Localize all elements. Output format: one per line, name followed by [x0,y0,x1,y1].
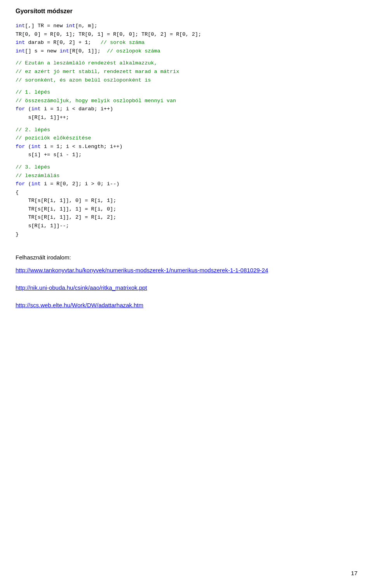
step-1-body: s[R[i, 1]]++; [16,113,357,122]
step-3-close-brace: } [16,230,357,239]
step-3-label: // 3. lépés [16,163,357,172]
reference-link-3[interactable]: http://scs.web.elte.hu/Work/DW/adattarha… [16,302,357,308]
step-3-line4: s[R[i, 1]]--; [16,222,357,230]
step-2-label: // 2. lépés [16,126,357,134]
step-3-line1: TR[s[R[i, 1]], 0] = R[i, 1]; [16,197,357,205]
code-comment-2: // ez azért jó mert stabil, rendezett ma… [16,68,357,76]
step-3-for: for (int i = R[0, 2]; i > 0; i--) [16,180,357,188]
step-1-label: // 1. lépés [16,88,357,97]
code-line-3: int darab = R[0, 2] + 1; // sorok száma [16,38,357,47]
step-1-block: // 1. lépés // összeszámoljuk, hogy mely… [16,88,357,122]
step-2-for: for (int i = 1; i < s.Length; i++) [16,143,357,151]
code-block-1: int[,] TR = new int[n, m]; TR[0, 0] = R[… [16,22,357,55]
page-content: Gyorsított módszer int[,] TR = new int[n… [16,8,357,308]
step-3-comment: // leszámlálás [16,172,357,180]
step-3-line3: TR[s[R[i, 1]], 2] = R[i, 2]; [16,213,357,222]
step-3-open-brace: { [16,188,357,197]
code-comment-1: // Ezután a leszámláló rendezést alkalma… [16,59,357,68]
code-line-2: TR[0, 0] = R[0, 1]; TR[0, 1] = R[0, 0]; … [16,30,357,39]
code-line-4: int[] s = new int[R[0, 1]]; // oszlopok … [16,47,357,56]
reference-link-1[interactable]: http://www.tankonyvtar.hu/konyvek/numeri… [16,267,357,273]
step-1-comment: // összeszámoljuk, hogy melyik oszlopból… [16,97,357,105]
step-1-for: for (int i = 1; i < darab; i++) [16,105,357,113]
step-2-body: s[i] += s[i - 1]; [16,151,357,159]
page-number: 17 [351,570,357,576]
step-2-comment: // pozíciók előkészítése [16,134,357,143]
references-section: Felhasznált irodalom: http://www.tankony… [16,254,357,308]
reference-link-2[interactable]: http://nik.uni-obuda.hu/csink/aao/ritka_… [16,284,357,291]
section-title: Gyorsított módszer [16,8,357,15]
step-3-line2: TR[s[R[i, 1]], 1] = R[i, 0]; [16,205,357,214]
code-comment-3: // soronként, és azon belül oszloponként… [16,76,357,85]
step-3-block: // 3. lépés // leszámlálás for (int i = … [16,163,357,238]
code-line-1: int[,] TR = new int[n, m]; [16,22,357,30]
comment-block: // Ezután a leszámláló rendezést alkalma… [16,59,357,84]
references-title: Felhasznált irodalom: [16,254,357,261]
step-2-block: // 2. lépés // pozíciók előkészítése for… [16,126,357,159]
